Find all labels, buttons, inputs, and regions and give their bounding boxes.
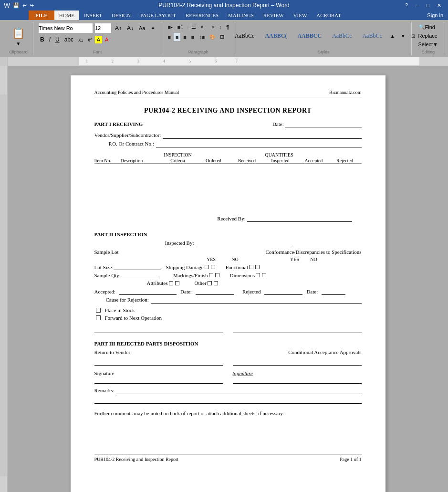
vendor-field (163, 132, 361, 139)
increase-indent-btn[interactable]: ⇥ (208, 23, 216, 31)
align-center-btn[interactable]: ≡ (174, 33, 180, 41)
find-btn[interactable]: 🔍 Find (417, 23, 440, 31)
conditional-label: Conditional Acceptance Approvals (288, 349, 361, 355)
item-no-label: Item No. (94, 158, 121, 163)
sig-line-1 (94, 325, 223, 333)
yes-no-headers: YES NO YES NO (94, 257, 362, 262)
align-left-btn[interactable]: ≡ (166, 33, 173, 41)
align-right-btn[interactable]: ≡ (181, 33, 188, 41)
text-highlight-btn[interactable]: A (95, 36, 102, 43)
dimensions-no-check[interactable] (262, 273, 266, 277)
tab-file[interactable]: FILE (29, 10, 54, 20)
page-header: Accounting Policies and Procedures Manua… (94, 90, 362, 97)
quick-access-undo[interactable]: ↩ (22, 2, 27, 9)
attributes-yes-check[interactable] (169, 281, 173, 285)
table-header-top: INSPECTION QUANTITIES (94, 152, 362, 157)
ribbon-tabs: FILE HOME INSERT DESIGN PAGE LAYOUT REFE… (0, 10, 448, 20)
tab-insert[interactable]: INSERT (79, 10, 107, 20)
bold-btn[interactable]: B (38, 35, 46, 44)
sign-in[interactable]: Sign in (422, 10, 448, 20)
tab-acrobat[interactable]: ACROBAT (312, 10, 345, 20)
place-in-stock-check[interactable] (96, 308, 101, 313)
font-color-btn[interactable]: A (103, 36, 110, 43)
sort-btn[interactable]: ↕ (217, 23, 224, 31)
ordered-label: Ordered (197, 158, 230, 163)
horizontal-ruler: 1 2 3 4 5 6 7 (8, 57, 448, 66)
sig-label: Signature (94, 370, 223, 376)
close-btn[interactable]: ✕ (434, 2, 444, 9)
tab-mailings[interactable]: MAILINGS (223, 10, 259, 20)
page: Accounting Policies and Procedures Manua… (71, 75, 385, 492)
style-heading2[interactable]: AABBCC (293, 30, 326, 42)
border-btn[interactable]: ⊞ (218, 33, 226, 41)
style-heading1[interactable]: AABBC( (260, 30, 291, 42)
styles-scroll-down[interactable]: ▼ (399, 32, 407, 40)
strikethrough-btn[interactable]: abc (63, 35, 75, 44)
shrink-font-btn[interactable]: A↓ (125, 24, 135, 32)
change-case-btn[interactable]: Aa (137, 24, 147, 32)
dimensions-yes-check[interactable] (256, 273, 260, 277)
style-heading4[interactable]: AaBbCc (358, 30, 386, 42)
received-by-field (247, 216, 352, 222)
forward-check[interactable] (96, 315, 101, 320)
functional-yes-check[interactable] (249, 265, 253, 269)
sig-right: Signature (233, 370, 362, 384)
justify-btn[interactable]: ≡ (189, 33, 196, 41)
part1-section: PART I RECEIVING Date: Vendor/Supplier/S… (94, 121, 362, 222)
tab-review[interactable]: REVIEW (259, 10, 289, 20)
numbering-btn[interactable]: ≡1 (176, 23, 186, 31)
replace-btn[interactable]: Replace (417, 32, 440, 40)
part2-section: PART II INSPECTION Inspected By: Sample … (94, 231, 362, 333)
grow-font-btn[interactable]: A↑ (113, 24, 124, 32)
tab-design[interactable]: DESIGN (107, 10, 135, 20)
minimize-btn[interactable]: – (413, 2, 421, 9)
markings-yes-check[interactable] (209, 273, 213, 277)
left-margin-ruler (0, 57, 8, 66)
underline-btn[interactable]: U (53, 35, 62, 44)
clear-formatting-btn[interactable]: ✦ (149, 24, 157, 32)
quick-access-save[interactable]: 💾 (13, 2, 20, 9)
multilevel-btn[interactable]: ≡☰ (186, 23, 198, 31)
attributes-no-check[interactable] (175, 281, 179, 285)
ribbon-group-paragraph: ≡• ≡1 ≡☰ ⇤ ⇥ ↕ ¶ ≡ ≡ ≡ ≡ ↕≡ 🎨 ⊞ Paragrap… (162, 22, 236, 55)
quantities-label: QUANTITIES (197, 152, 362, 157)
ribbon-group-styles: AaBbCc AABBC( AABBCC AaBbCc AaBbCc ▲ ▼ ⊡… (236, 22, 411, 55)
functional-no-check[interactable] (255, 265, 260, 269)
other-no-check[interactable] (214, 281, 218, 285)
font-size-input[interactable] (94, 23, 112, 33)
other-yes-check[interactable] (208, 281, 212, 285)
subscript-btn[interactable]: x₂ (76, 36, 85, 44)
tab-home[interactable]: HOME (54, 10, 79, 20)
markings-no-check[interactable] (215, 273, 219, 277)
tab-view[interactable]: VIEW (289, 10, 312, 20)
part2-header-row: Sample Lot Conformance/Discrepancies to … (94, 249, 362, 255)
shipping-yes-check[interactable] (205, 265, 209, 269)
return-line (94, 358, 223, 366)
maximize-btn[interactable]: □ (423, 2, 432, 9)
show-marks-btn[interactable]: ¶ (224, 23, 231, 31)
paste-dropdown[interactable]: ▼ (16, 41, 21, 46)
paste-button[interactable]: 📋 (8, 26, 29, 41)
help-btn[interactable]: ? (402, 2, 411, 9)
tab-references[interactable]: REFERENCES (181, 10, 223, 20)
document-title: PUR104-2 RECEIVING AND INSPECTION REPORT (94, 107, 362, 115)
po-field (156, 141, 362, 147)
received-label: Received (230, 158, 264, 163)
bullets-btn[interactable]: ≡• (166, 23, 175, 31)
italic-btn[interactable]: I (47, 35, 52, 44)
ribbon-group-font: A↑ A↓ Aa ✦ B I U abc x₂ x² A A Font (34, 22, 161, 55)
part3-header: Return to Vendor Conditional Acceptance … (94, 349, 362, 355)
line-spacing-btn[interactable]: ↕≡ (197, 33, 207, 41)
date-field (285, 121, 362, 127)
shading-btn[interactable]: 🎨 (208, 33, 217, 41)
style-normal[interactable]: AaBbCc (230, 30, 259, 42)
tab-pagelayout[interactable]: PAGE LAYOUT (135, 10, 181, 20)
superscript-btn[interactable]: x² (86, 36, 94, 43)
font-name-input[interactable] (38, 23, 93, 33)
styles-scroll-up[interactable]: ▲ (388, 32, 397, 40)
quick-access-redo[interactable]: ↪ (30, 2, 34, 9)
select-btn[interactable]: Select ▼ (417, 41, 440, 48)
decrease-indent-btn[interactable]: ⇤ (199, 23, 207, 31)
style-heading3[interactable]: AaBbCc (328, 30, 356, 42)
shipping-no-check[interactable] (211, 265, 215, 269)
